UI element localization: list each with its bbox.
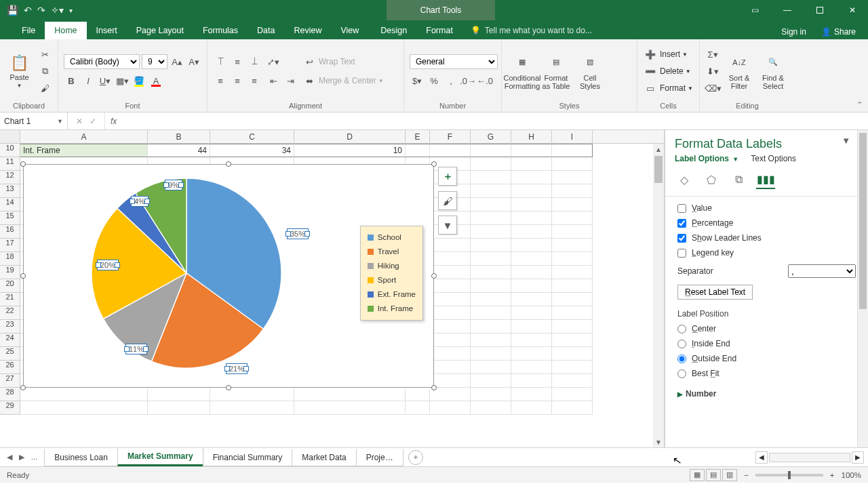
col-header[interactable]: I xyxy=(552,130,593,143)
cell[interactable] xyxy=(552,401,593,415)
resize-handle[interactable] xyxy=(20,385,26,390)
cell[interactable] xyxy=(471,361,511,374)
decrease-decimal-icon[interactable]: ←.0 xyxy=(477,73,492,88)
maximize-icon[interactable] xyxy=(804,0,835,20)
row-header[interactable]: 14 xyxy=(0,198,20,211)
legend-item[interactable]: Int. Frame xyxy=(368,302,416,316)
zoom-in-icon[interactable]: + xyxy=(830,471,835,479)
chart-legend[interactable]: SchoolTravelHikingSportExt. FrameInt. Fr… xyxy=(360,226,423,321)
cancel-formula-icon[interactable]: ✕ xyxy=(76,117,83,126)
row-header[interactable]: 15 xyxy=(0,211,20,225)
data-label[interactable]: 20% xyxy=(97,260,119,270)
tab-nav-prev-icon[interactable]: ◀ xyxy=(7,453,12,462)
resize-handle[interactable] xyxy=(431,273,437,279)
cell[interactable] xyxy=(511,361,552,374)
cell[interactable]: 44 xyxy=(148,144,210,157)
redo-icon[interactable]: ↷ xyxy=(37,5,45,16)
cell[interactable] xyxy=(430,388,471,401)
cell[interactable] xyxy=(511,157,552,171)
row-header[interactable]: 17 xyxy=(0,239,20,252)
cell[interactable] xyxy=(471,347,511,361)
comma-icon[interactable]: , xyxy=(443,73,458,88)
tab-nav-next-icon[interactable]: ▶ xyxy=(19,453,24,462)
cell[interactable] xyxy=(552,225,593,239)
cell[interactable] xyxy=(552,211,593,225)
check-value[interactable]: Value xyxy=(677,201,856,216)
check-percentage[interactable]: Percentage xyxy=(677,216,856,230)
name-box[interactable]: Chart 1▼ xyxy=(0,113,68,129)
legend-item[interactable]: Travel xyxy=(368,245,416,259)
cell[interactable] xyxy=(511,388,552,401)
cell[interactable] xyxy=(552,333,593,347)
clear-icon[interactable]: ⌫▾ xyxy=(705,81,720,96)
align-middle-icon[interactable]: ≡ xyxy=(230,54,245,69)
scroll-right-icon[interactable]: ▶ xyxy=(852,451,864,464)
wrap-text-button[interactable]: ↩Wrap Text xyxy=(302,54,384,69)
font-size-select[interactable]: 9 xyxy=(142,54,167,69)
cell[interactable] xyxy=(471,388,511,401)
chevron-down-icon[interactable]: ▼ xyxy=(57,118,63,125)
scroll-thumb[interactable] xyxy=(859,133,867,309)
cell[interactable] xyxy=(430,347,471,361)
cell[interactable] xyxy=(552,266,593,279)
increase-font-icon[interactable]: A▴ xyxy=(170,54,184,69)
cell[interactable] xyxy=(511,239,552,252)
collapse-ribbon-icon[interactable]: ⌃ xyxy=(856,100,863,109)
worksheet-grid[interactable]: A B C D E F G H I 10Int. Frame4434101112… xyxy=(0,130,665,447)
worksheet-tab[interactable]: Market Data xyxy=(292,449,356,466)
cell[interactable] xyxy=(552,184,593,198)
cell[interactable] xyxy=(511,144,552,157)
insert-cells-button[interactable]: ➕Insert▼ xyxy=(643,47,693,62)
increase-indent-icon[interactable]: ⇥ xyxy=(283,73,298,88)
label-options-icon[interactable]: ▮▮▮ xyxy=(756,170,775,189)
cell[interactable] xyxy=(430,293,471,306)
cell[interactable] xyxy=(511,347,552,361)
cell[interactable] xyxy=(552,239,593,252)
autosum-icon[interactable]: Σ▾ xyxy=(705,47,720,62)
tab-insert[interactable]: Insert xyxy=(87,22,127,39)
row-header[interactable]: 23 xyxy=(0,320,20,333)
normal-view-icon[interactable]: ▦ xyxy=(690,469,705,481)
cell[interactable] xyxy=(552,374,593,388)
worksheet-tab[interactable]: Business Loan xyxy=(44,449,118,466)
data-label[interactable]: 4% xyxy=(131,196,149,207)
tab-file[interactable]: File xyxy=(12,22,45,39)
cell[interactable]: 34 xyxy=(210,144,294,157)
cell[interactable] xyxy=(511,211,552,225)
align-bottom-icon[interactable]: ⟘ xyxy=(247,54,262,69)
zoom-out-icon[interactable]: − xyxy=(744,471,749,479)
format-cells-button[interactable]: ▭Format▼ xyxy=(643,81,693,96)
row-header[interactable]: 29 xyxy=(0,401,20,415)
align-center-icon[interactable]: ≡ xyxy=(230,73,245,88)
format-as-table-button[interactable]: ▤Format as Table xyxy=(541,42,571,100)
row-header[interactable]: 27 xyxy=(0,374,20,388)
select-all-corner[interactable] xyxy=(0,130,20,143)
enter-formula-icon[interactable]: ✓ xyxy=(90,117,96,126)
cell[interactable] xyxy=(471,279,511,293)
cell[interactable] xyxy=(511,225,552,239)
sort-filter-button[interactable]: A↓ZSort & Filter xyxy=(724,42,754,100)
fx-icon[interactable]: fx xyxy=(105,113,122,129)
number-format-select[interactable]: General xyxy=(410,54,498,69)
cell[interactable] xyxy=(471,252,511,266)
data-label[interactable]: 21% xyxy=(226,363,248,374)
cell[interactable] xyxy=(20,401,148,415)
sign-in-link[interactable]: Sign in xyxy=(781,27,806,37)
cell[interactable] xyxy=(552,198,593,211)
pie-plot-area[interactable] xyxy=(92,178,281,368)
cell[interactable] xyxy=(148,401,210,415)
col-header[interactable]: E xyxy=(406,130,430,143)
paste-button[interactable]: 📋 Paste ▼ xyxy=(5,42,33,100)
pane-scrollbar[interactable] xyxy=(857,130,868,447)
fill-line-icon[interactable]: ◇ xyxy=(675,170,694,189)
data-label[interactable]: 35% xyxy=(287,228,309,239)
row-header[interactable]: 24 xyxy=(0,333,20,347)
conditional-formatting-button[interactable]: ▦Conditional Formatting xyxy=(507,42,537,100)
save-icon[interactable]: 💾 xyxy=(7,5,18,16)
cell[interactable] xyxy=(430,144,471,157)
scroll-up-icon[interactable]: ▲ xyxy=(653,144,664,155)
cell[interactable] xyxy=(552,171,593,184)
cell[interactable]: Int. Frame xyxy=(20,144,148,157)
percent-icon[interactable]: % xyxy=(427,73,441,88)
resize-handle[interactable] xyxy=(226,161,231,167)
